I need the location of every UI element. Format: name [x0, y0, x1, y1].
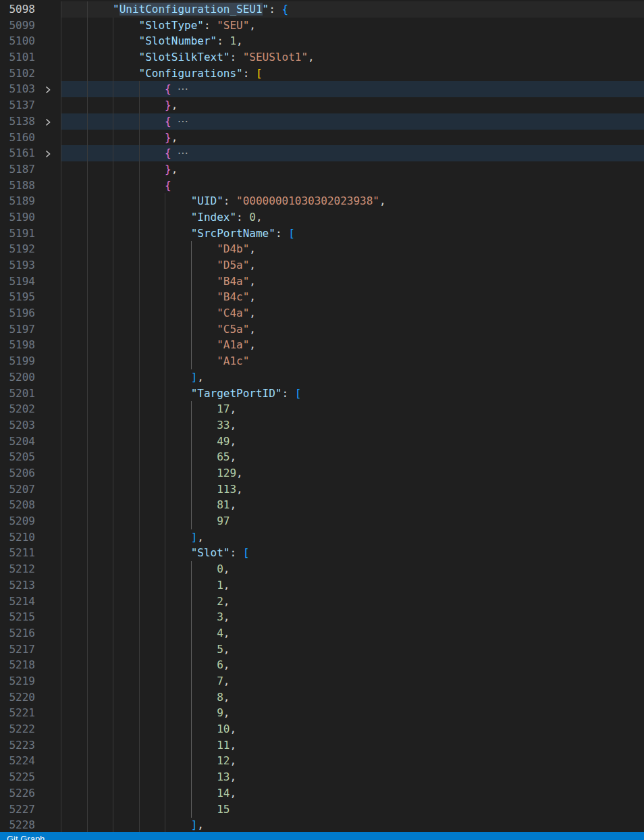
code-text[interactable]: 12, [217, 753, 236, 769]
code-text[interactable]: 7, [217, 673, 230, 689]
line-number[interactable]: 5199 [0, 353, 35, 369]
line-number[interactable]: 5225 [0, 769, 35, 785]
line-number[interactable]: 5196 [0, 305, 35, 321]
line-number[interactable]: 5220 [0, 689, 35, 706]
code-line-5099[interactable]: 5099"SlotType": "SEU", [0, 18, 644, 34]
code-line-5137[interactable]: 5137}, [0, 97, 644, 113]
code-text[interactable]: "C4a", [217, 305, 256, 321]
code-line-5226[interactable]: 522614, [0, 785, 644, 802]
line-number[interactable]: 5221 [0, 705, 35, 721]
line-number[interactable]: 5102 [0, 65, 35, 82]
line-number[interactable]: 5197 [0, 321, 35, 338]
code-text[interactable]: 129, [217, 465, 243, 481]
line-number[interactable]: 5192 [0, 241, 35, 257]
line-number[interactable]: 5224 [0, 753, 35, 769]
code-line-5204[interactable]: 520449, [0, 434, 644, 450]
code-line-5215[interactable]: 52153, [0, 609, 644, 625]
code-text[interactable]: "Configurations": [ [139, 65, 263, 82]
code-text[interactable]: "SlotSilkText": "SEUSlot1", [139, 49, 315, 65]
line-number[interactable]: 5214 [0, 594, 35, 610]
code-line-5160[interactable]: 5160}, [0, 130, 644, 146]
line-number[interactable]: 5098 [0, 1, 35, 18]
code-text[interactable]: 6, [217, 657, 230, 673]
code-line-5212[interactable]: 52120, [0, 561, 644, 577]
code-text[interactable]: 4, [217, 625, 230, 641]
line-number[interactable]: 5137 [0, 97, 35, 113]
code-text[interactable]: "Slot": [ [191, 545, 250, 561]
code-text[interactable]: 3, [217, 609, 230, 625]
line-number[interactable]: 5210 [0, 529, 35, 546]
code-line-5102[interactable]: 5102"Configurations": [ [0, 65, 644, 82]
code-text[interactable]: {⋯ [165, 145, 189, 161]
line-number[interactable]: 5209 [0, 513, 35, 529]
code-line-5222[interactable]: 522210, [0, 721, 644, 737]
code-line-5198[interactable]: 5198"A1a", [0, 337, 644, 353]
code-line-5101[interactable]: 5101"SlotSilkText": "SEUSlot1", [0, 49, 644, 65]
code-text[interactable]: 8, [217, 689, 230, 706]
code-text[interactable]: ], [191, 369, 204, 386]
code-text[interactable]: ], [191, 817, 204, 833]
code-line-5208[interactable]: 520881, [0, 497, 644, 513]
code-text[interactable]: "SlotNumber": 1, [139, 33, 243, 49]
line-number[interactable]: 5227 [0, 802, 35, 818]
code-text[interactable]: 10, [217, 721, 236, 737]
code-text[interactable]: 2, [217, 594, 230, 610]
code-line-5098[interactable]: 5098"UnitConfiguration_SEU1": { [0, 1, 644, 18]
line-number[interactable]: 5203 [0, 417, 35, 434]
code-line-5218[interactable]: 52186, [0, 657, 644, 673]
code-line-5196[interactable]: 5196"C4a", [0, 305, 644, 321]
code-text[interactable]: }, [165, 97, 178, 113]
code-line-5200[interactable]: 5200], [0, 369, 644, 386]
line-number[interactable]: 5187 [0, 161, 35, 178]
code-text[interactable]: 0, [217, 561, 230, 577]
line-number[interactable]: 5218 [0, 657, 35, 673]
code-text[interactable]: "SlotType": "SEU", [139, 18, 256, 34]
code-line-5216[interactable]: 52164, [0, 625, 644, 641]
code-text[interactable]: "TargetPortID": [ [191, 386, 302, 402]
code-line-5193[interactable]: 5193"D5a", [0, 257, 644, 273]
line-number[interactable]: 5208 [0, 497, 35, 513]
code-text[interactable]: 49, [217, 434, 236, 450]
code-line-5190[interactable]: 5190"Index": 0, [0, 209, 644, 226]
line-number[interactable]: 5100 [0, 33, 35, 49]
code-text[interactable]: 11, [217, 737, 236, 754]
line-number[interactable]: 5228 [0, 817, 35, 833]
fold-chevron-right-icon[interactable] [43, 148, 53, 159]
code-text[interactable]: "D5a", [217, 257, 256, 273]
code-text[interactable]: {⋯ [165, 81, 189, 97]
code-text[interactable]: 113, [217, 481, 243, 498]
line-number[interactable]: 5207 [0, 481, 35, 498]
code-line-5210[interactable]: 5210], [0, 529, 644, 546]
line-number[interactable]: 5226 [0, 785, 35, 802]
code-text[interactable]: 1, [217, 577, 230, 594]
line-number[interactable]: 5217 [0, 641, 35, 658]
code-line-5220[interactable]: 52208, [0, 689, 644, 706]
line-number[interactable]: 5219 [0, 673, 35, 689]
line-number[interactable]: 5194 [0, 273, 35, 290]
code-line-5228[interactable]: 5228], [0, 817, 644, 833]
line-number[interactable]: 5189 [0, 193, 35, 209]
line-number[interactable]: 5216 [0, 625, 35, 641]
code-line-5211[interactable]: 5211"Slot": [ [0, 545, 644, 561]
code-text[interactable]: 5, [217, 641, 230, 658]
code-line-5224[interactable]: 522412, [0, 753, 644, 769]
code-text[interactable]: "A1c" [217, 353, 249, 369]
code-text[interactable]: "B4c", [217, 289, 256, 305]
line-number[interactable]: 5206 [0, 465, 35, 481]
statusbar-item-git-graph[interactable]: Git Graph [7, 832, 45, 840]
code-text[interactable]: "UnitConfiguration_SEU1": { [113, 1, 288, 18]
line-number[interactable]: 5205 [0, 449, 35, 465]
code-text[interactable]: 9, [217, 705, 230, 721]
code-line-5217[interactable]: 52175, [0, 641, 644, 658]
code-line-5103[interactable]: 5103{⋯ [0, 81, 644, 97]
code-line-5207[interactable]: 5207113, [0, 481, 644, 498]
code-line-5214[interactable]: 52142, [0, 594, 644, 610]
line-number[interactable]: 5188 [0, 178, 35, 194]
line-number[interactable]: 5190 [0, 209, 35, 226]
line-number[interactable]: 5103 [0, 81, 35, 97]
line-number[interactable]: 5195 [0, 289, 35, 305]
code-text[interactable]: 33, [217, 417, 236, 434]
code-text[interactable]: ], [191, 529, 204, 546]
code-text[interactable]: {⋯ [165, 113, 189, 130]
code-line-5221[interactable]: 52219, [0, 705, 644, 721]
